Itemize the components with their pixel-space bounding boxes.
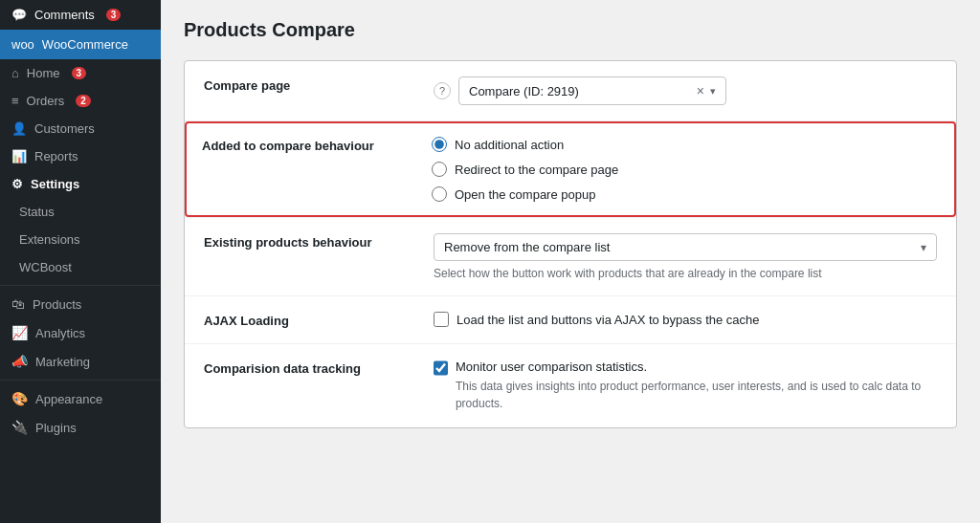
comparison-tracking-control: Monitor user comparison statistics. This…: [434, 360, 937, 412]
behaviour-radio-redirect[interactable]: [432, 162, 447, 177]
existing-products-helper: Select how the button work with products…: [434, 267, 937, 280]
reports-icon: 📊: [11, 149, 27, 163]
ajax-loading-label: AJAX Loading: [204, 312, 434, 328]
sidebar-item-analytics[interactable]: 📈 Analytics: [0, 318, 161, 347]
sidebar-item-appearance[interactable]: 🎨 Appearance: [0, 384, 161, 413]
dropdown-controls: × ▾: [697, 83, 716, 98]
behaviour-label: Added to compare behaviour: [202, 137, 432, 202]
comments-badge: 3: [106, 9, 122, 21]
behaviour-option-no-action-label: No additional action: [455, 138, 564, 152]
compare-page-input-row: ? Compare (ID: 2919) × ▾: [434, 76, 937, 105]
ajax-loading-option[interactable]: Load the list and buttons via AJAX to by…: [434, 312, 937, 327]
existing-products-dropdown[interactable]: Remove from the compare list ▾: [434, 233, 937, 261]
sidebar-item-plugins[interactable]: 🔌 Plugins: [0, 413, 161, 442]
comparison-tracking-checkbox[interactable]: [434, 360, 448, 376]
sidebar-comments-label: Comments: [34, 8, 95, 22]
sidebar-item-customers[interactable]: 👤 Customers: [0, 115, 161, 142]
sidebar-customers-label: Customers: [34, 121, 95, 136]
tracking-main-label: Monitor user comparison statistics.: [456, 360, 937, 374]
sidebar-item-woocommerce[interactable]: woo WooCommerce: [0, 30, 161, 59]
settings-table: Compare page ? Compare (ID: 2919) × ▾ A: [184, 60, 957, 428]
compare-page-label: Compare page: [204, 76, 434, 93]
settings-icon: ⚙: [11, 177, 23, 191]
behaviour-section: Added to compare behaviour No additional…: [185, 121, 956, 217]
marketing-icon: 📣: [11, 354, 28, 369]
plugins-icon: 🔌: [11, 420, 28, 435]
products-icon: 🛍: [11, 296, 25, 312]
existing-products-selected: Remove from the compare list: [444, 240, 610, 254]
compare-page-row: Compare page ? Compare (ID: 2919) × ▾: [185, 61, 956, 121]
appearance-icon: 🎨: [11, 391, 28, 406]
sidebar-wcboost-label: WCBoost: [19, 260, 72, 274]
sidebar-item-comments[interactable]: 💬 Comments 3: [0, 0, 161, 30]
sidebar-home-label: Home: [27, 66, 60, 80]
behaviour-options: No additional action Redirect to the com…: [432, 137, 939, 202]
sidebar-analytics-label: Analytics: [35, 326, 85, 340]
page-title: Products Compare: [184, 19, 957, 41]
tracking-option: Monitor user comparison statistics. This…: [434, 360, 937, 412]
sidebar-reports-label: Reports: [34, 149, 78, 163]
dropdown-clear-button[interactable]: ×: [697, 83, 704, 98]
sidebar: 💬 Comments 3 woo WooCommerce ⌂ Home 3 ≡ …: [0, 0, 161, 523]
tracking-text: Monitor user comparison statistics. This…: [456, 360, 937, 412]
sidebar-settings-label: Settings: [31, 177, 79, 191]
woocommerce-icon: woo: [11, 37, 34, 52]
sidebar-woocommerce-label: WooCommerce: [42, 37, 128, 52]
sidebar-status-label: Status: [19, 205, 55, 219]
customers-icon: 👤: [11, 121, 27, 136]
behaviour-row: Added to compare behaviour No additional…: [185, 121, 956, 218]
sidebar-item-wcboost[interactable]: WCBoost: [0, 253, 161, 281]
compare-page-help-icon[interactable]: ?: [434, 82, 451, 99]
sidebar-marketing-label: Marketing: [35, 355, 90, 369]
sidebar-item-settings[interactable]: ⚙ Settings: [0, 170, 161, 198]
behaviour-option-no-action[interactable]: No additional action: [432, 137, 939, 152]
behaviour-option-popup-label: Open the compare popup: [455, 187, 595, 202]
behaviour-option-popup[interactable]: Open the compare popup: [432, 186, 939, 202]
tracking-desc: This data gives insights into product pe…: [456, 378, 937, 412]
sidebar-item-reports[interactable]: 📊 Reports: [0, 142, 161, 170]
compare-page-control: ? Compare (ID: 2919) × ▾: [434, 76, 937, 105]
behaviour-option-redirect-label: Redirect to the compare page: [455, 163, 618, 177]
sidebar-orders-label: Orders: [27, 94, 65, 108]
orders-icon: ≡: [11, 94, 19, 108]
sidebar-item-extensions[interactable]: Extensions: [0, 226, 161, 253]
comparison-tracking-row: Comparision data tracking Monitor user c…: [185, 344, 956, 427]
sidebar-divider-2: [0, 380, 161, 381]
sidebar-extensions-label: Extensions: [19, 232, 80, 247]
behaviour-option-redirect[interactable]: Redirect to the compare page: [432, 162, 939, 177]
sidebar-item-orders[interactable]: ≡ Orders 2: [0, 87, 161, 115]
ajax-loading-option-label: Load the list and buttons via AJAX to by…: [457, 313, 760, 327]
comparison-tracking-label: Comparision data tracking: [204, 360, 434, 376]
behaviour-radio-popup[interactable]: [432, 186, 447, 202]
home-icon: ⌂: [11, 66, 19, 80]
existing-products-row: Existing products behaviour Remove from …: [185, 218, 956, 296]
sidebar-item-status[interactable]: Status: [0, 198, 161, 226]
home-badge: 3: [72, 67, 87, 79]
sidebar-appearance-label: Appearance: [35, 392, 102, 406]
ajax-loading-row: AJAX Loading Load the list and buttons v…: [185, 296, 956, 344]
sidebar-divider-1: [0, 285, 161, 286]
sidebar-item-products[interactable]: 🛍 Products: [0, 290, 161, 318]
sidebar-plugins-label: Plugins: [35, 421, 77, 435]
sidebar-item-marketing[interactable]: 📣 Marketing: [0, 347, 161, 376]
comment-icon: 💬: [11, 8, 27, 22]
compare-page-dropdown[interactable]: Compare (ID: 2919) × ▾: [458, 76, 726, 105]
existing-products-control: Remove from the compare list ▾ Select ho…: [434, 233, 937, 280]
behaviour-radio-no-action[interactable]: [432, 137, 447, 152]
existing-products-label: Existing products behaviour: [204, 233, 434, 250]
ajax-loading-control: Load the list and buttons via AJAX to by…: [434, 312, 937, 327]
orders-badge: 2: [76, 95, 91, 107]
dropdown-arrow-icon: ▾: [710, 85, 716, 98]
analytics-icon: 📈: [11, 325, 28, 340]
sidebar-products-label: Products: [33, 297, 81, 312]
ajax-loading-checkbox[interactable]: [434, 312, 449, 327]
compare-page-selected: Compare (ID: 2919): [469, 84, 579, 98]
sidebar-item-home[interactable]: ⌂ Home 3: [0, 59, 161, 87]
main-content: Products Compare Compare page ? Compare …: [161, 0, 980, 523]
existing-products-arrow-icon: ▾: [921, 241, 926, 254]
